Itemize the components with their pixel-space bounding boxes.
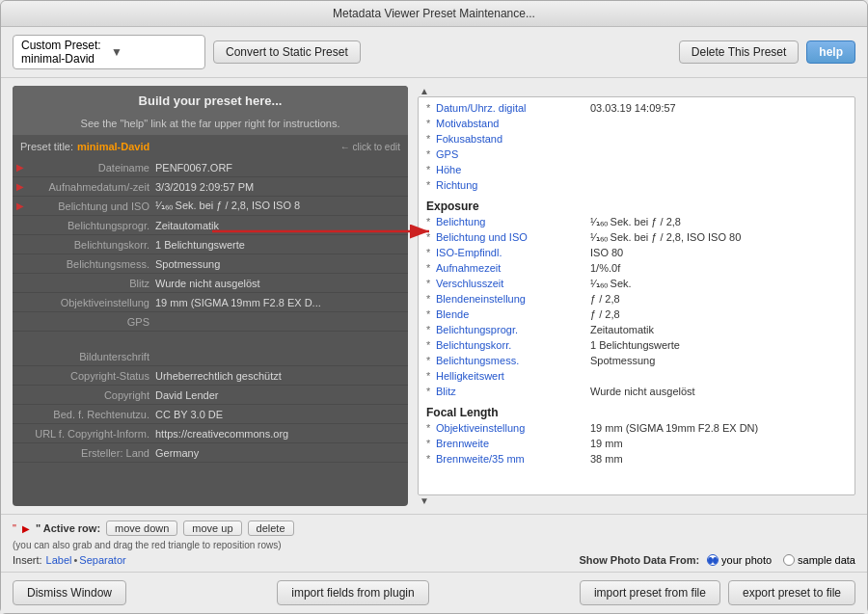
insert-label-link[interactable]: Label [46,554,72,566]
row-value: Spotmessung [155,258,404,270]
field-name[interactable]: Helligkeitswert [436,370,590,382]
import-fields-button[interactable]: import fields from plugin [277,580,428,605]
table-row[interactable]: Belichtungskorr. 1 Belichtungswerte [13,235,408,254]
field-value: ƒ / 2,8 [590,293,847,305]
table-row[interactable]: Bildunterschrift [13,347,408,366]
field-name[interactable]: Höhe [436,164,590,175]
scroll-down-icon[interactable]: ▼ [420,495,429,506]
convert-static-button[interactable]: Convert to Static Preset [213,40,361,64]
field-name[interactable]: Belichtung [436,216,590,227]
delete-row-button[interactable]: delete [248,521,294,536]
row-value: ¹⁄₁₆₀ Sek. bei ƒ / 2,8, ISO ISO 8 [155,200,404,212]
field-name[interactable]: Verschlusszeit [436,278,590,289]
left-scroll-area[interactable]: ▶ Dateiname PENF0067.ORF ▶ Aufnahmedatum… [13,158,408,506]
bullet-icon: * [426,262,436,274]
list-item: * Verschlusszeit ¹⁄₁₆₀ Sek. [426,277,847,292]
field-name[interactable]: Brennweite/35 mm [436,453,590,465]
bottom-controls: Insert: Label • Separator Show Photo Dat… [13,554,855,566]
import-preset-button[interactable]: import preset from file [580,580,720,605]
field-name[interactable]: ISO-Empfindl. [436,247,590,258]
row-value: 19 mm (SIGMA 19mm F2.8 EX D... [155,297,404,308]
field-name[interactable]: Belichtung und ISO [436,231,590,243]
table-row[interactable]: Bed. f. Rechtenutzu. CC BY 3.0 DE [13,405,408,424]
right-scroll-area[interactable]: * Datum/Uhrz. digital 03.03.19 14:09:57 … [419,97,854,494]
scroll-up-icon[interactable]: ▲ [420,86,429,96]
insert-separator-link[interactable]: Separator [79,554,125,566]
field-name[interactable]: Objektiveinstellung [436,422,590,434]
bullet-icon: * [426,148,436,160]
list-item: * Helligkeitswert [426,369,847,385]
row-value: 1 Belichtungswerte [155,239,404,251]
row-value: David Lender [155,389,404,401]
list-item: * Motivabstand [426,117,847,132]
field-name[interactable]: Belichtungsprogr. [436,324,590,335]
table-row[interactable]: GPS [13,312,408,332]
field-name[interactable]: Brennweite [436,438,590,449]
table-row[interactable]: Blitz Wurde nicht ausgelöst [13,274,408,293]
field-name[interactable]: Aufnahmezeit [436,262,590,274]
table-row[interactable]: Objektiveinstellung 19 mm (SIGMA 19mm F2… [13,293,408,312]
table-row[interactable]: ▶ Belichtung und ISO ¹⁄₁₆₀ Sek. bei ƒ / … [13,197,408,216]
dismiss-window-button[interactable]: Dismiss Window [13,580,126,605]
table-row[interactable]: ▶ Aufnahmedatum/-zeit 3/3/2019 2:09:57 P… [13,177,408,197]
table-row[interactable]: Belichtungsmess. Spotmessung [13,254,408,274]
list-item: * Blendeneinstellung ƒ / 2,8 [426,292,847,307]
row-value: Zeitautomatik [155,220,404,231]
row-label: GPS [30,316,155,328]
field-name[interactable]: Datum/Uhrz. digital [436,102,590,114]
bullet-icon: * [426,118,436,129]
bullet-icon: * [426,339,436,351]
field-name[interactable]: Blitz [436,386,590,397]
row-value: CC BY 3.0 DE [155,409,404,420]
preset-title-value[interactable]: minimal-David [77,141,149,152]
window-title: Metadata Viewer Preset Maintenance... [333,7,535,20]
list-item: * Belichtungskorr. 1 Belichtungswerte [426,338,847,354]
table-row[interactable]: Copyright David Lender [13,386,408,405]
field-name[interactable]: Belichtungsmess. [436,355,590,366]
radio-circle-your-photo [707,554,719,566]
row-label: Bildunterschrift [30,351,155,362]
delete-preset-button[interactable]: Delete This Preset [679,40,800,64]
move-down-button[interactable]: move down [106,521,177,536]
preset-dropdown[interactable]: Custom Preset: minimal-David ▼ [13,35,205,69]
field-value: ƒ / 2,8 [590,308,847,320]
list-item: * Belichtung ¹⁄₁₆₀ Sek. bei ƒ / 2,8 [426,215,847,230]
bullet-icon: * [426,453,436,465]
row-value: Germany [155,447,404,459]
row-label: URL f. Copyright-Inform. [30,428,155,440]
main-window: Metadata Viewer Preset Maintenance... Cu… [0,0,868,614]
table-row[interactable]: Ersteller: Land Germany [13,443,408,463]
row-label: Dateiname [30,162,155,174]
radio-sample-data[interactable]: sample data [783,554,855,566]
insert-label: Insert: [13,554,42,566]
bullet-icon: * [426,164,436,175]
field-name[interactable]: Fokusabstand [436,133,590,145]
table-row[interactable]: Belichtungsprogr. Zeitautomatik [13,216,408,235]
table-row[interactable]: Copyright-Status Urheberrechtlich geschü… [13,366,408,386]
help-button[interactable]: help [806,40,855,64]
field-name[interactable]: GPS [436,148,590,160]
bullet-icon: * [426,278,436,289]
toolbar: Custom Preset: minimal-David ▼ Convert t… [1,27,867,78]
quote-icon: " [13,522,16,534]
field-name[interactable]: Richtung [436,179,590,191]
table-row[interactable]: ▶ Dateiname PENF0067.ORF [13,158,408,177]
bullet-icon: * [426,247,436,258]
field-value: 38 mm [590,453,847,465]
preset-title-edit-hint[interactable]: ← click to edit [340,142,400,152]
export-preset-button[interactable]: export preset to file [728,580,855,605]
table-row[interactable]: URL f. Copyright-Inform. https://creativ… [13,424,408,443]
right-panel: * Datum/Uhrz. digital 03.03.19 14:09:57 … [418,96,855,495]
active-row-label: " Active row: [36,522,100,534]
field-name[interactable]: Blendeneinstellung [436,293,590,305]
row-label: Belichtungsmess. [30,258,155,270]
row-label: Objektiveinstellung [30,297,155,308]
row-label: Belichtung und ISO [30,200,155,212]
section-header-exposure: Exposure [426,200,847,213]
radio-group: your photo sample data [707,554,855,566]
move-up-button[interactable]: move up [183,521,241,536]
field-name[interactable]: Belichtungskorr. [436,339,590,351]
field-name[interactable]: Motivabstand [436,118,590,129]
radio-your-photo[interactable]: your photo [707,554,772,566]
field-name[interactable]: Blende [436,308,590,320]
